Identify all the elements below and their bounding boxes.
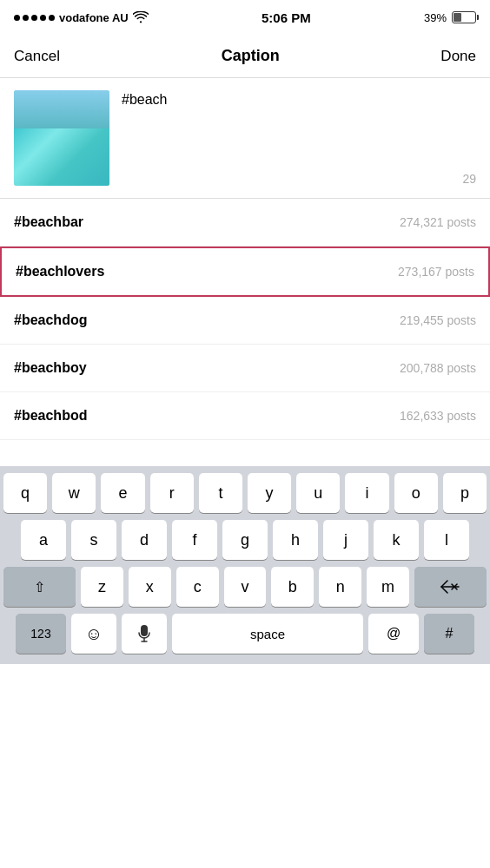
key-u[interactable]: u <box>296 473 340 513</box>
nav-bar: Cancel Caption Done <box>0 35 490 78</box>
key-a[interactable]: a <box>21 520 66 560</box>
key-f[interactable]: f <box>172 520 217 560</box>
hash-key[interactable]: # <box>424 614 474 654</box>
hashtag-suggestions: #beachbar 274,321 posts #beachlovers 273… <box>0 199 490 440</box>
status-bar: vodafone AU 5:06 PM 39% <box>0 0 490 35</box>
mic-key[interactable] <box>122 614 167 654</box>
carrier-label: vodafone AU <box>59 11 129 24</box>
suggestion-tag-beachdog: #beachdog <box>14 312 87 328</box>
caption-image <box>14 90 109 186</box>
caption-area: #beach 29 <box>0 78 490 199</box>
key-y[interactable]: y <box>248 473 291 513</box>
battery-percent: 39% <box>424 11 447 24</box>
key-w[interactable]: w <box>52 473 96 513</box>
suggestion-tag-beachlovers: #beachlovers <box>16 264 104 279</box>
caption-counter: 29 <box>462 172 476 186</box>
key-e[interactable]: e <box>101 473 144 513</box>
space-key[interactable]: space <box>172 614 363 654</box>
keyboard-row-2: a s d f g h j k l <box>3 520 487 560</box>
key-v[interactable]: v <box>224 567 267 607</box>
key-c[interactable]: c <box>176 567 219 607</box>
key-b[interactable]: b <box>271 567 314 607</box>
suggestion-count-beachboy: 200,788 posts <box>400 361 476 375</box>
key-d[interactable]: d <box>122 520 167 560</box>
dot3 <box>31 15 37 21</box>
key-t[interactable]: t <box>199 473 242 513</box>
caption-text-container: #beach 29 <box>122 90 476 186</box>
suggestion-count-beachbar: 274,321 posts <box>400 215 476 229</box>
keyboard-row-1: q w e r t y u i o p <box>3 473 487 513</box>
status-left: vodafone AU <box>14 11 149 24</box>
done-button[interactable]: Done <box>440 48 476 65</box>
battery-fill <box>454 13 461 22</box>
key-z[interactable]: z <box>81 567 123 607</box>
suggestion-count-beachdog: 219,455 posts <box>400 313 476 327</box>
suggestion-beachlovers[interactable]: #beachlovers 273,167 posts <box>0 247 490 297</box>
key-q[interactable]: q <box>3 473 47 513</box>
keyboard: q w e r t y u i o p a s d f g h j k l ⇧ … <box>0 466 490 664</box>
key-p[interactable]: p <box>443 473 487 513</box>
dot1 <box>14 15 20 21</box>
backspace-key[interactable] <box>414 567 487 607</box>
key-l[interactable]: l <box>424 520 469 560</box>
key-o[interactable]: o <box>394 473 438 513</box>
key-x[interactable]: x <box>129 567 171 607</box>
dot4 <box>40 15 46 21</box>
suggestion-beachbar[interactable]: #beachbar 274,321 posts <box>0 199 490 247</box>
shift-key[interactable]: ⇧ <box>3 567 76 607</box>
suggestion-count-beachlovers: 273,167 posts <box>398 265 474 279</box>
battery-icon-container <box>452 11 476 23</box>
suggestion-count-beachbod: 162,633 posts <box>400 409 476 423</box>
dot2 <box>23 15 29 21</box>
page-title: Caption <box>222 47 280 65</box>
key-j[interactable]: j <box>323 520 368 560</box>
suggestion-beachdog[interactable]: #beachdog 219,455 posts <box>0 297 490 345</box>
keyboard-row-4: 123 ☺ space @ # <box>3 614 487 654</box>
keyboard-row-3: ⇧ z x c v b n m <box>3 567 487 607</box>
key-h[interactable]: h <box>273 520 318 560</box>
suggestion-tag-beachbod: #beachbod <box>14 408 87 424</box>
status-time: 5:06 PM <box>262 10 311 25</box>
at-key[interactable]: @ <box>368 614 419 654</box>
signal-dots <box>14 15 55 21</box>
numbers-key[interactable]: 123 <box>16 614 66 654</box>
suggestion-tag-beachboy: #beachboy <box>14 360 87 376</box>
suggestion-beachbod[interactable]: #beachbod 162,633 posts <box>0 392 490 439</box>
key-g[interactable]: g <box>222 520 268 560</box>
key-m[interactable]: m <box>367 567 409 607</box>
suggestion-tag-beachbar: #beachbar <box>14 214 83 230</box>
key-r[interactable]: r <box>150 473 194 513</box>
suggestion-beachboy[interactable]: #beachboy 200,788 posts <box>0 345 490 392</box>
key-n[interactable]: n <box>319 567 361 607</box>
key-i[interactable]: i <box>345 473 388 513</box>
key-k[interactable]: k <box>374 520 419 560</box>
key-s[interactable]: s <box>71 520 116 560</box>
wifi-icon <box>133 11 149 23</box>
emoji-key[interactable]: ☺ <box>71 614 116 654</box>
status-right: 39% <box>424 11 476 24</box>
caption-input[interactable]: #beach <box>122 90 476 172</box>
svg-rect-2 <box>141 625 148 636</box>
cancel-button[interactable]: Cancel <box>14 48 60 65</box>
battery-icon <box>452 11 476 23</box>
dot5 <box>49 15 55 21</box>
